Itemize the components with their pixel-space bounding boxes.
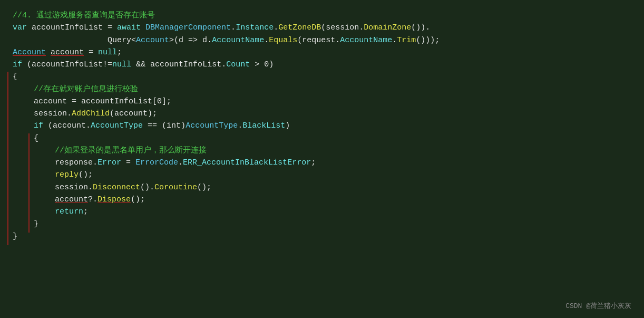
code-line: reply();: [13, 169, 631, 181]
code-line: }: [13, 218, 631, 230]
code-line: session.AddChild(account);: [13, 108, 631, 120]
code-line: }: [13, 230, 631, 243]
code-line: account = accountInfoList[0];: [13, 95, 631, 108]
code-line: //存在就对账户信息进行校验: [13, 83, 631, 95]
code-line: {: [13, 71, 631, 83]
code-line: return;: [13, 206, 631, 218]
code-line: //如果登录的是黑名单用户，那么断开连接: [13, 144, 631, 157]
watermark: CSDN @荷兰猪小灰灰: [565, 301, 631, 312]
code-line: var accountInfoList = await DBManagerCom…: [13, 22, 631, 34]
code-line: response.Error = ErrorCode.ERR_AccountIn…: [13, 157, 631, 169]
code-container: //4. 通过游戏服务器查询是否存在账号var accountInfoList …: [0, 0, 644, 318]
code-line: if (account.AccountType == (int)AccountT…: [13, 120, 631, 132]
code-line: {: [13, 132, 631, 144]
code-line: Query<Account>(d => d.AccountName.Equals…: [13, 34, 631, 46]
code-line: Account account = null;: [13, 46, 631, 59]
code-line: //4. 通过游戏服务器查询是否存在账号: [13, 9, 631, 22]
code-line: session.Disconnect().Coroutine();: [13, 181, 631, 194]
code-line: account?.Dispose();: [13, 194, 631, 206]
code-line: if (accountInfoList!=null && accountInfo…: [13, 59, 631, 71]
